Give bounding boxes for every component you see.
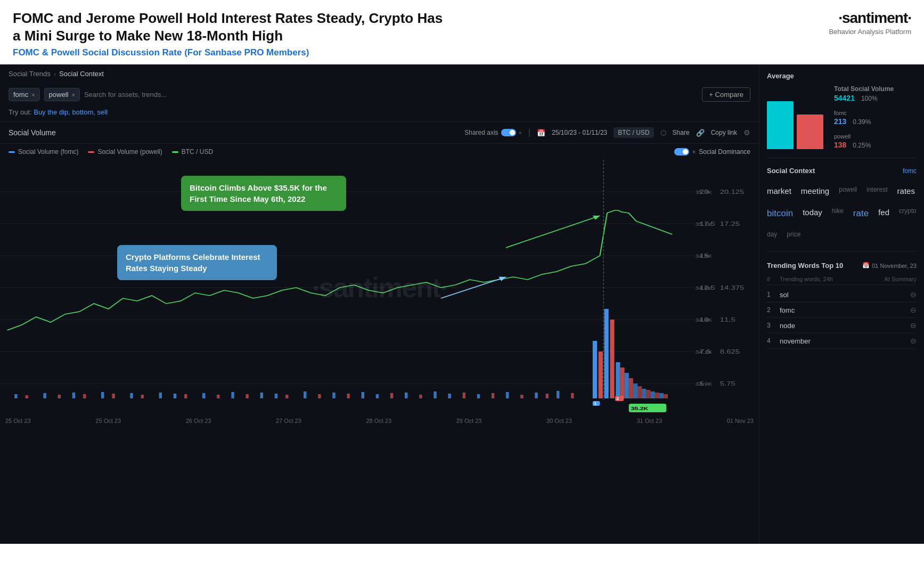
shared-axis-toggle[interactable]: [501, 129, 516, 136]
word-price[interactable]: price: [787, 228, 800, 241]
annotation-blue-text: Crypto Platforms Celebrate Interest Rate…: [126, 252, 260, 273]
x-label-7: 31 Oct 23: [636, 418, 662, 424]
total-label: Total Social Volume: [834, 85, 894, 93]
social-dominance-toggle[interactable]: [674, 148, 689, 156]
svg-rect-22: [26, 395, 28, 398]
svg-text:17.25: 17.25: [720, 220, 740, 227]
svg-rect-67: [625, 373, 629, 398]
try-out-bar: Try out: Buy the dip, bottom, sell: [0, 106, 759, 121]
tr-word-4[interactable]: november: [780, 337, 910, 345]
annotation-green: Bitcoin Climbs Above $35.5K for the Firs…: [181, 176, 346, 211]
word-powell[interactable]: powell: [839, 183, 857, 199]
svg-rect-66: [620, 367, 624, 398]
legend-label-fomc: Social Volume (fomc): [18, 148, 78, 156]
chart-title: Social Volume: [9, 128, 56, 137]
fomc-stat: fomc 213 0.39%: [834, 110, 894, 126]
tag-powell-close[interactable]: ×: [71, 92, 75, 98]
tag-fomc-close[interactable]: ×: [31, 92, 35, 98]
x-label-2: 26 Oct 23: [186, 418, 211, 424]
tr-word-2[interactable]: fomc: [780, 306, 910, 314]
social-dominance-close[interactable]: ×: [692, 149, 696, 155]
word-fed[interactable]: fed: [878, 205, 889, 223]
svg-rect-28: [112, 394, 115, 398]
tr-ai-2[interactable]: ⊖: [910, 306, 917, 314]
social-context-header: Social Context fomc: [767, 167, 917, 175]
word-hike[interactable]: hike: [832, 205, 844, 223]
page-subtitle: FOMC & Powell Social Discussion Rate (Fo…: [13, 47, 449, 58]
compare-button[interactable]: + Compare: [702, 87, 750, 102]
svg-text:2: 2: [616, 396, 619, 401]
svg-rect-62: [599, 352, 603, 398]
chart-toolbar: Social Volume Shared axis × | 📅 25/10/23…: [0, 121, 759, 144]
svg-rect-49: [419, 395, 422, 398]
word-rates[interactable]: rates: [897, 183, 915, 199]
legend-powell: Social Volume (powell): [88, 148, 162, 156]
word-rate[interactable]: rate: [853, 205, 869, 223]
chart-svg: 20 17.5 15 12.5 10 7.5 5 20.125 17.25 14…: [0, 160, 759, 415]
word-bitcoin[interactable]: bitcoin: [767, 205, 793, 223]
svg-rect-76: [664, 394, 668, 398]
svg-rect-23: [43, 393, 46, 398]
santiment-logo: ·santiment·: [838, 10, 911, 27]
social-dominance-label: Social Dominance: [699, 148, 750, 156]
word-interest[interactable]: interest: [866, 183, 887, 199]
svg-text:35.1K: 35.1K: [696, 222, 713, 227]
breadcrumb-parent[interactable]: Social Trends: [9, 70, 51, 78]
breadcrumb: Social Trends › Social Context: [0, 64, 759, 83]
search-input[interactable]: [84, 91, 698, 99]
tr-ai-3[interactable]: ⊖: [910, 321, 917, 330]
svg-text:34.1K: 34.1K: [696, 349, 713, 355]
svg-rect-25: [72, 393, 75, 398]
trending-row-1: 1 sol ⊖: [767, 287, 917, 303]
tr-word-1[interactable]: sol: [780, 291, 910, 299]
svg-rect-57: [535, 393, 537, 398]
calendar-icon-trending: 📅: [862, 262, 870, 269]
trending-header: Trending Words Top 10 📅 01 November, 23: [767, 262, 917, 269]
svg-rect-41: [304, 391, 306, 398]
trending-date-text: 01 November, 23: [872, 263, 917, 269]
svg-rect-48: [405, 393, 407, 398]
word-market[interactable]: market: [767, 183, 791, 199]
svg-text:1: 1: [594, 401, 597, 405]
word-meeting[interactable]: meeting: [801, 183, 829, 199]
santiment-tagline: Behavior Analysis Platform: [829, 28, 911, 36]
price-pair[interactable]: BTC / USD: [614, 127, 653, 138]
svg-rect-63: [604, 309, 609, 398]
divider2: [767, 251, 917, 252]
share-button[interactable]: Share: [673, 129, 690, 136]
tr-num-2: 2: [767, 306, 780, 314]
tag-powell[interactable]: powell ×: [44, 88, 80, 101]
svg-rect-50: [434, 391, 436, 398]
tag-fomc[interactable]: fomc ×: [9, 88, 40, 101]
settings-button[interactable]: ⚙: [743, 128, 750, 137]
chart-legend: Social Volume (fomc) Social Volume (powe…: [0, 144, 759, 160]
fomc-value-row: 213 0.39%: [834, 117, 894, 126]
svg-rect-71: [642, 389, 646, 398]
svg-rect-54: [492, 393, 494, 398]
x-label-3: 27 Oct 23: [276, 418, 301, 424]
trending-row-4: 4 november ⊖: [767, 333, 917, 349]
copy-link-button[interactable]: Copy link: [711, 129, 737, 136]
word-day[interactable]: day: [767, 228, 777, 241]
svg-rect-42: [318, 394, 321, 398]
try-out-links[interactable]: Buy the dip, bottom, sell: [34, 108, 108, 116]
shared-axis-close[interactable]: ×: [519, 129, 522, 136]
svg-rect-24: [58, 395, 61, 398]
social-context-panel: Social Context fomc market meeting powel…: [767, 167, 917, 244]
divider: [767, 158, 917, 158]
word-crypto[interactable]: crypto: [899, 205, 917, 223]
svg-text:35.2K: 35.2K: [631, 406, 649, 411]
x-label-8: 01 Nov 23: [727, 418, 754, 424]
tr-word-3[interactable]: node: [780, 322, 910, 330]
tr-ai-1[interactable]: ⊖: [910, 290, 917, 299]
svg-rect-70: [637, 386, 642, 398]
bar-chart: [767, 96, 823, 149]
date-range[interactable]: 25/10/23 - 01/11/23: [552, 129, 607, 136]
legend-dot-btc: [172, 151, 178, 153]
social-context-tab[interactable]: fomc: [903, 167, 917, 175]
trending-date: 📅 01 November, 23: [862, 262, 917, 269]
word-today[interactable]: today: [803, 205, 822, 223]
svg-rect-56: [520, 395, 523, 398]
tr-ai-4[interactable]: ⊖: [910, 337, 917, 345]
x-axis: 25 Oct 23 25 Oct 23 26 Oct 23 27 Oct 23 …: [0, 415, 759, 429]
